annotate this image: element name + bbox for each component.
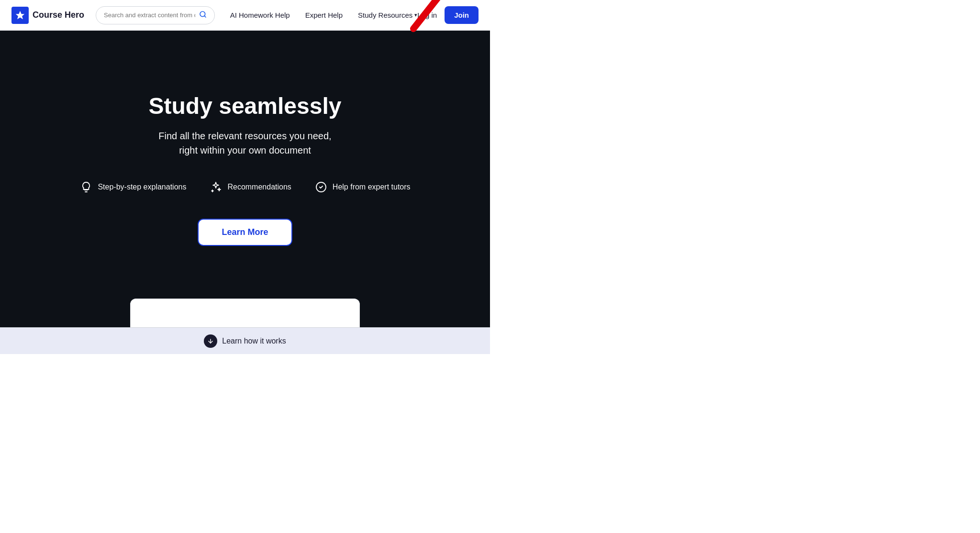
scrolled-card-stub: [130, 299, 360, 327]
search-input[interactable]: [104, 11, 195, 19]
nav-links: AI Homework Help Expert Help Study Resou…: [230, 11, 418, 19]
red-arrow: [404, 0, 461, 35]
sparkles-icon: [209, 180, 223, 194]
check-circle-icon: [314, 180, 328, 194]
hero-title: Study seamlessly: [149, 93, 342, 119]
nav-ai-homework-help[interactable]: AI Homework Help: [230, 11, 290, 19]
learn-how-label: Learn how it works: [222, 337, 286, 345]
feature-recommendations-label: Recommendations: [227, 183, 291, 191]
features-row: Step-by-step explanations Recommendation…: [79, 180, 410, 194]
arrow-down-icon: [204, 334, 217, 348]
nav-expert-help[interactable]: Expert Help: [305, 11, 343, 19]
logo-icon: [11, 7, 29, 24]
feature-expert-tutors-label: Help from expert tutors: [333, 183, 411, 191]
svg-line-2: [204, 16, 206, 17]
learn-more-button[interactable]: Learn More: [198, 219, 292, 246]
lightbulb-icon: [79, 180, 93, 194]
feature-expert-tutors: Help from expert tutors: [314, 180, 411, 194]
navbar: Course Hero AI Homework Help Expert Help…: [0, 0, 490, 31]
bottom-bar: Learn how it works: [0, 327, 490, 354]
logo[interactable]: Course Hero: [11, 7, 84, 24]
feature-step-by-step-label: Step-by-step explanations: [98, 183, 186, 191]
hero-section: Study seamlessly Find all the relevant r…: [0, 31, 490, 327]
search-bar[interactable]: [96, 6, 215, 24]
feature-step-by-step: Step-by-step explanations: [79, 180, 186, 194]
hero-subtitle: Find all the relevant resources you need…: [158, 129, 331, 157]
svg-marker-0: [16, 11, 24, 19]
svg-line-4: [413, 0, 449, 29]
search-icon: [199, 11, 207, 20]
learn-how-button[interactable]: Learn how it works: [204, 334, 286, 348]
feature-recommendations: Recommendations: [209, 180, 291, 194]
logo-text: Course Hero: [33, 10, 84, 20]
